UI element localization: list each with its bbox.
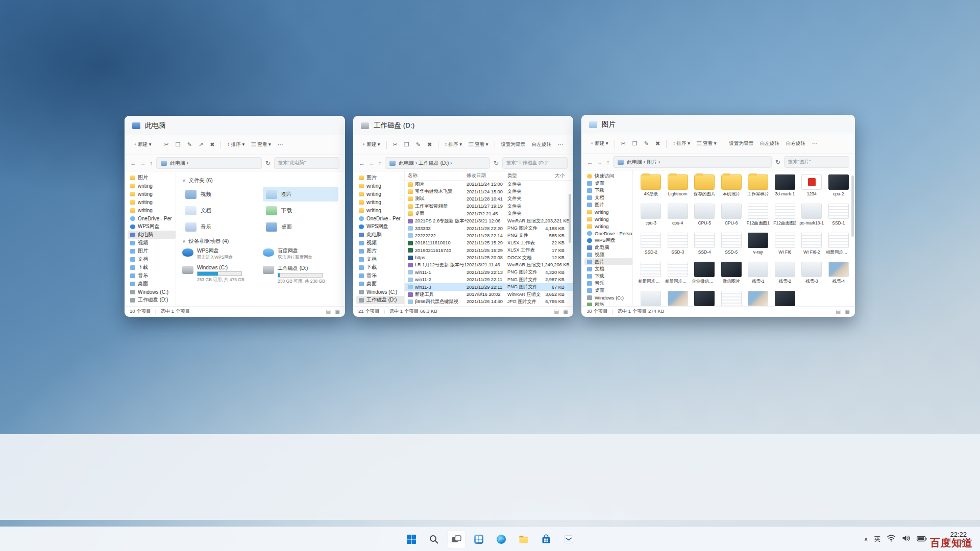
toolbar-item[interactable]: ✂ (619, 138, 628, 149)
wifi-icon[interactable] (887, 535, 896, 544)
sidebar-item[interactable]: Windows (C:) (128, 288, 176, 296)
sidebar-item[interactable]: 此电脑 (356, 231, 404, 239)
file-row[interactable]: β656四代黑色键鼠视 2021/11/26 14:40 JPG 图片文件 6,… (405, 298, 573, 305)
grid-item[interactable]: 样张-1 (745, 290, 771, 306)
toolbar-item[interactable]: ▤ 查看 ▾ (694, 138, 719, 149)
widgets-button[interactable] (470, 530, 488, 548)
sidebar-item[interactable]: Windows (C:) (584, 294, 632, 301)
grid-item[interactable]: Lightroom (665, 173, 691, 198)
start-button[interactable] (402, 530, 421, 548)
toolbar-item[interactable]: ✂ (162, 139, 172, 150)
sidebar-item[interactable]: writing (584, 222, 632, 230)
grid-item[interactable]: 工作室样片 (745, 173, 771, 198)
scrollbar[interactable] (569, 194, 571, 243)
sidebar-item[interactable]: 快速访问 (584, 172, 632, 180)
toolbar-item[interactable]: ✎ (185, 139, 194, 150)
refresh-icon[interactable]: ↻ (494, 160, 499, 167)
grid-item[interactable]: WI FI6-2 (799, 232, 825, 257)
sidebar-item[interactable]: 视频 (356, 239, 404, 247)
sidebar-item[interactable]: 图片 (584, 201, 632, 208)
file-row[interactable]: 工作室智能相册 2021/11/27 19:19 文件夹 (405, 203, 573, 210)
sidebar-item[interactable]: 图片 (128, 173, 176, 182)
sidebar-item[interactable]: WPS网盘 (128, 222, 176, 231)
toolbar-item[interactable]: 设置为背景 (499, 139, 528, 150)
search-box[interactable]: 搜索"工作磁盘 (D:)" (502, 157, 568, 169)
toolbar-item[interactable]: 向左旋转 (757, 138, 782, 149)
sidebar-item[interactable]: 桌面 (128, 280, 176, 288)
grid-item[interactable]: WI FI6 (772, 232, 798, 257)
sidebar-item[interactable]: 视频 (584, 251, 632, 258)
toolbar-item[interactable]: ✖ (653, 138, 663, 149)
sidebar-item[interactable]: writing (356, 182, 404, 190)
titlebar[interactable]: 此电脑 (125, 116, 345, 135)
toolbar-item[interactable]: ↕ 排序 ▾ (442, 139, 464, 150)
grid-item[interactable]: 残雪-4 (826, 261, 852, 286)
window-pictures[interactable]: 图片 + 新建 ▾✂❐✎✖↕ 排序 ▾▤ 查看 ▾设置为背景向左旋转向右旋转⋯ … (581, 115, 855, 317)
details-view-icon[interactable]: ▤ (836, 309, 840, 314)
file-row[interactable]: win11-2 2021/11/29 22:11 PNG 图片文件 2,987 … (405, 276, 573, 283)
grid-item[interactable]: 本机照片 (719, 173, 745, 198)
grid-item[interactable]: 排名 (719, 290, 745, 306)
sidebar-item[interactable]: 此电脑 (584, 244, 632, 251)
toolbar-item[interactable]: ✂ (390, 139, 400, 150)
grid-item[interactable]: 企业微信截图 (692, 261, 718, 286)
large-icons-view-icon[interactable]: ▦ (564, 309, 568, 314)
folder-tile[interactable]: 图片 (263, 187, 338, 202)
toolbar-item[interactable]: ⋯ (555, 139, 566, 150)
sidebar-item[interactable]: writing (356, 206, 404, 214)
volume-icon[interactable] (902, 535, 911, 544)
file-row[interactable]: 图片 2021/11/24 15:00 文件夹 (405, 181, 573, 188)
refresh-icon[interactable]: ↻ (265, 160, 271, 167)
grid-item[interactable]: 相册同步图-3 (665, 261, 691, 286)
toolbar-item[interactable] (666, 140, 667, 148)
grid-item[interactable]: 保存的图片 (692, 173, 718, 198)
grid-item[interactable]: 硬盘测试 (772, 290, 798, 306)
large-icons-view-icon[interactable]: ▦ (335, 309, 340, 314)
microsoft-store-button[interactable] (537, 530, 555, 548)
toolbar-item[interactable]: 设置为背景 (727, 138, 756, 149)
file-row[interactable]: 20190311515740 2021/11/25 15:29 XLSX 工作表… (405, 247, 573, 254)
toolbar-item[interactable]: ❐ (402, 139, 412, 150)
details-view-icon[interactable]: ▤ (554, 309, 558, 314)
file-row[interactable]: LR 1月12号更新 版本号10.1.1 2021/3/21 11:46 Win… (405, 261, 573, 268)
toolbar-item[interactable]: + 新建 ▾ (588, 138, 611, 149)
folder-tile[interactable]: 桌面 (263, 219, 338, 234)
grid-item[interactable]: 残雪-2 (772, 261, 798, 286)
large-icons-view-icon[interactable]: ▦ (845, 309, 850, 314)
toolbar-item[interactable]: ✖ (207, 139, 217, 150)
sidebar-item[interactable]: writing (128, 190, 176, 198)
toolbar-item[interactable] (495, 141, 495, 149)
file-row[interactable]: https 2021/11/25 20:08 DOCX 文档 12 KB (405, 254, 573, 261)
toolbar-item[interactable]: ⋯ (275, 139, 286, 150)
language-indicator[interactable]: 英 (874, 535, 880, 543)
sidebar-item[interactable]: 视频 (128, 239, 176, 247)
sidebar-item[interactable]: 下载 (584, 187, 632, 194)
drive-tile[interactable]: Windows (C:) 253 GB 可用, 共 475 GB (182, 265, 258, 285)
file-row[interactable]: 333333 2021/11/28 22:20 PNG 图片文件 4,188 K… (405, 224, 573, 232)
grid-item[interactable]: 残雪-3 (799, 261, 825, 286)
grid-item[interactable]: pc-mark10-1 (799, 203, 825, 228)
refresh-icon[interactable]: ↻ (775, 159, 780, 166)
toolbar-item[interactable]: ✎ (642, 138, 651, 149)
sidebar-item[interactable]: 图片 (356, 247, 404, 255)
sidebar-item[interactable]: 图片 (128, 247, 176, 255)
grid-item[interactable]: SSD-3 (665, 232, 691, 257)
sidebar-item[interactable]: writing (128, 206, 176, 214)
show-hidden-icons-button[interactable]: ∧ (864, 536, 868, 543)
sidebar-item[interactable]: 下载 (128, 263, 176, 271)
file-row[interactable]: 桌面 2021/7/2 21:45 文件夹 (405, 210, 573, 217)
toolbar-item[interactable]: ✎ (413, 139, 423, 150)
drive-tile[interactable]: 百度网盘 双击运行百度网盘 (263, 247, 338, 261)
sidebar-item[interactable]: writing (584, 208, 632, 215)
search-box[interactable]: 搜索"图片" (784, 156, 849, 168)
scrollbar[interactable] (851, 176, 854, 237)
up-icon[interactable]: ↑ (606, 159, 609, 166)
grid-item[interactable]: SSD-4 (692, 232, 718, 257)
sidebar-item[interactable]: WPS网盘 (584, 237, 632, 244)
grid-item[interactable]: SSD-5 (719, 232, 745, 257)
sidebar-item[interactable]: writing (584, 215, 632, 222)
sidebar-item[interactable]: OneDrive - Per (128, 214, 176, 222)
drive-tile[interactable]: 工作磁盘 (D:) 230 GB 可用, 共 238 GB (263, 265, 338, 285)
toolbar-item[interactable]: ❐ (173, 139, 183, 150)
toolbar-item[interactable]: ↗ (196, 139, 206, 150)
